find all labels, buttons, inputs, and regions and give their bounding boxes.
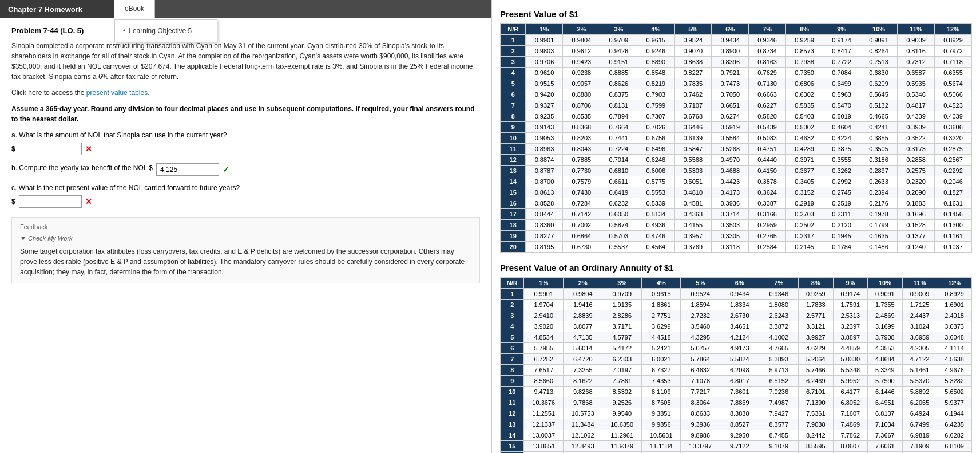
learning-objective-5-item[interactable]: • Learning Objective 5 [115, 23, 217, 38]
pva-title: Present Value of an Ordinary Annuity of … [500, 263, 972, 273]
table-row: 30.97060.94230.91510.88900.86380.83960.8… [501, 57, 972, 68]
feedback-title: Feedback [20, 223, 471, 230]
table-row: 1513.865112.849311.937911.118410.37979.7… [501, 441, 972, 452]
pva-col-header: 4% [641, 278, 681, 289]
table-row: 10.99010.98040.97090.96150.95240.94340.9… [501, 289, 972, 300]
pv1-col-header: 12% [934, 24, 971, 35]
right-panel: Present Value of $1 N/R1%2%3%4%5%6%7%8%9… [492, 0, 980, 453]
table-row: 32.94102.88392.82862.77512.72322.67302.6… [501, 310, 972, 321]
table-row: 65.79555.60145.41725.24215.07574.91734.7… [501, 343, 972, 354]
question-c-dollar: $ [11, 198, 15, 206]
table-row: 170.84440.71420.60500.51340.43630.37140.… [501, 209, 972, 220]
table-row: 140.87000.75790.66110.57750.50510.44230.… [501, 176, 972, 187]
pv1-col-header: 5% [675, 24, 712, 35]
table-row: 1110.36769.78689.25268.76058.30647.88697… [501, 397, 972, 408]
left-header: Chapter 7 Homework eBook • Learning Obje… [0, 0, 491, 18]
present-value-link-line: Click here to access the present value t… [11, 88, 480, 98]
table-row: 180.83600.70020.58740.49360.41550.35030.… [501, 220, 972, 231]
pva-col-header: 6% [720, 278, 759, 289]
table-row: 20.98030.96120.94260.92460.90700.89000.8… [501, 46, 972, 57]
table-row: 1413.003712.106211.296110.56319.89869.29… [501, 430, 972, 441]
check-my-work[interactable]: ▼ Check My Work [20, 235, 471, 242]
pv1-col-header: 1% [526, 24, 563, 35]
table-row: 87.65177.32557.01976.73276.46326.20985.9… [501, 365, 972, 376]
question-a-error-icon: ✕ [85, 144, 92, 153]
table-row: 70.93270.87060.81310.75990.71070.66510.6… [501, 100, 972, 111]
tab-ebook[interactable]: eBook [114, 0, 155, 18]
pva-col-header: 5% [681, 278, 720, 289]
table-row: 110.89630.80430.72240.64960.58470.52680.… [501, 144, 972, 155]
pv1-col-header: 9% [823, 24, 860, 35]
question-c-answer-row: $ ✕ [11, 195, 480, 208]
pv1-title: Present Value of $1 [500, 9, 972, 19]
table-row: 190.82770.68640.57030.47460.39570.33050.… [501, 231, 972, 242]
table-row: 80.92350.85350.78940.73070.67680.62740.5… [501, 111, 972, 122]
question-a-block: a. What is the amount of NOL that Sinopi… [11, 131, 480, 155]
table-row: 54.85344.71354.57974.45184.32954.21244.1… [501, 332, 972, 343]
table-row: 150.86130.74300.64190.55530.48100.41730.… [501, 187, 972, 198]
bullet-icon: • [123, 27, 125, 35]
pva-body: 10.99010.98040.97090.96150.95240.94340.9… [501, 289, 972, 454]
feedback-text: Some target corporation tax attributes (… [20, 246, 471, 277]
table-row: 50.95150.90570.86260.82190.78350.74730.7… [501, 78, 972, 89]
pva-col-header: 11% [902, 278, 937, 289]
instructions: Assume a 365-day year. Round any divisio… [11, 104, 480, 124]
question-a-dollar: $ [11, 145, 15, 153]
problem-body: Sinopia completed a corporate restructur… [11, 41, 480, 82]
problem-title: Problem 7-44 (LO. 5) [11, 26, 480, 35]
table-row: 109.47139.82688.53028.11097.72177.36017.… [501, 387, 972, 397]
question-b-correct-icon: ✓ [223, 165, 229, 174]
table-row: 90.91430.83680.76640.70260.64460.59190.5… [501, 122, 972, 133]
pv1-col-header: 10% [860, 24, 898, 35]
question-b-answer-row: b. Compute the yearly tax benefit of the… [11, 163, 480, 176]
pva-header-row: N/R1%2%3%4%5%6%7%8%9%10%11%12% [501, 278, 972, 289]
pv1-col-header: 7% [749, 24, 786, 35]
learning-objective-dropdown: • Learning Objective 5 [114, 19, 217, 42]
pva-col-header: 7% [759, 278, 799, 289]
pv1-col-header: 3% [600, 24, 637, 35]
question-c-label: c. What is the net present value of the … [11, 184, 480, 192]
table-row: 100.90530.82030.74410.67560.61390.55840.… [501, 133, 972, 144]
question-a-input[interactable] [19, 143, 82, 155]
feedback-box: Feedback ▼ Check My Work Some target cor… [11, 217, 480, 283]
pv1-col-header: 6% [712, 24, 749, 35]
pva-col-header: 12% [937, 278, 972, 289]
pv1-header-row: N/R1%2%3%4%5%6%7%8%9%10%11%12% [501, 24, 972, 35]
table-row: 60.94200.88800.83750.79030.74620.70500.6… [501, 89, 972, 100]
table-row: 1312.133711.348410.63509.98569.39368.852… [501, 419, 972, 430]
pva-col-header: 10% [868, 278, 903, 289]
present-value-link[interactable]: present value tables [86, 89, 148, 97]
pv1-col-header: N/R [501, 24, 526, 35]
question-b-input[interactable] [156, 163, 219, 176]
pva-col-header: 2% [563, 278, 602, 289]
pv1-col-header: 8% [786, 24, 823, 35]
pv1-col-header: 11% [898, 24, 935, 35]
table-row: 1211.255110.57539.95409.38518.86338.3838… [501, 408, 972, 419]
pv1-col-header: 2% [563, 24, 600, 35]
pva-table: N/R1%2%3%4%5%6%7%8%9%10%11%12% 10.99010.… [500, 277, 972, 453]
question-a-label: a. What is the amount of NOL that Sinopi… [11, 131, 480, 139]
table-row: 43.90203.80773.71713.62993.54603.46513.3… [501, 321, 972, 332]
table-row: 10.99010.98040.97090.96150.95240.94340.9… [501, 35, 972, 46]
pva-col-header: 1% [524, 278, 564, 289]
table-row: 130.87870.77300.68100.60060.53030.46880.… [501, 166, 972, 176]
table-row: 160.85280.72840.62320.53390.45810.39360.… [501, 198, 972, 209]
table-row: 76.72826.47206.23036.00215.78645.58245.3… [501, 354, 972, 365]
pv1-body: 10.99010.98040.97090.96150.95240.94340.9… [501, 35, 972, 253]
left-panel: Chapter 7 Homework eBook • Learning Obje… [0, 0, 492, 453]
question-b-block: b. Compute the yearly tax benefit of the… [11, 163, 480, 176]
table-row: 40.96100.92380.88850.85480.82270.79210.7… [501, 68, 972, 78]
pva-col-header: 3% [602, 278, 642, 289]
question-c-input[interactable] [19, 195, 82, 208]
pv1-table: N/R1%2%3%4%5%6%7%8%9%10%11%12% 10.99010.… [500, 23, 972, 253]
pva-col-header: 9% [833, 278, 868, 289]
table-row: 21.97041.94161.91351.88611.85941.83341.8… [501, 300, 972, 310]
table-row: 120.88740.78850.70140.62460.55680.49700.… [501, 155, 972, 166]
question-b-label: b. Compute the yearly tax benefit of the… [11, 164, 153, 172]
table-row: 200.81950.67300.55370.45640.37690.31180.… [501, 242, 972, 253]
chapter-title: Chapter 7 Homework [0, 0, 114, 18]
question-a-answer-row: $ ✕ [11, 143, 480, 155]
left-content: Problem 7-44 (LO. 5) Sinopia completed a… [0, 18, 491, 453]
pva-col-header: 8% [798, 278, 833, 289]
pva-col-header: N/R [501, 278, 524, 289]
